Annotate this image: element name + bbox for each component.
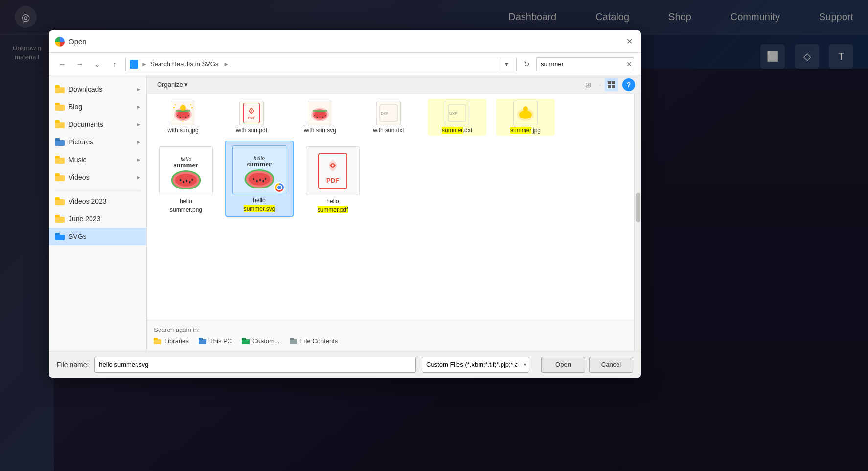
svg-rect-23 — [313, 110, 327, 112]
back-button[interactable]: ← — [55, 57, 69, 71]
file-name-with-sun-pdf: with sun.pdf — [236, 127, 267, 134]
search-link-this-pc[interactable]: This PC — [199, 337, 232, 345]
file-hello-summer-pdf[interactable]: PDF hello summer.pdf — [298, 142, 367, 217]
file-with-sun-jpg[interactable]: with sun.jpg — [154, 99, 212, 136]
svg-point-8 — [177, 115, 178, 116]
svg-text:DXF: DXF — [449, 111, 457, 116]
sidebar-item-blog[interactable]: Blog ▸ — [49, 98, 146, 116]
svg-point-9 — [180, 117, 181, 118]
breadcrumb-dropdown[interactable]: ▼ — [501, 57, 512, 71]
help-button[interactable]: ? — [622, 78, 635, 91]
svg-point-35 — [523, 106, 528, 111]
dialog-title: Open — [69, 37, 623, 46]
folder-icon-pictures — [55, 138, 65, 146]
folder-icon-videos — [55, 173, 65, 181]
file-hello-summer-svg[interactable]: hello summer — [225, 141, 294, 217]
search-link-file-contents[interactable]: File Contents — [290, 337, 338, 345]
pin-icon-downloads: ▸ — [137, 86, 140, 93]
sidebar-item-downloads[interactable]: Downloads ▸ — [49, 80, 146, 98]
svg-point-12 — [188, 115, 189, 116]
open-button[interactable]: Open — [541, 357, 585, 373]
filename-input[interactable] — [94, 357, 416, 373]
main-file-row: hello summer — [152, 141, 629, 217]
search-input[interactable] — [536, 57, 634, 71]
filetype-select[interactable]: Custom Files (*.xbm;*.tif;*.pjp;*.a — [422, 357, 529, 373]
thumb-with-sun-jpg — [171, 101, 195, 125]
sidebar-label-blog: Blog — [69, 103, 82, 111]
sidebar-item-pictures[interactable]: Pictures ▸ — [49, 133, 146, 151]
content-toolbar: Organize ▾ ⊞ · ? — [147, 75, 641, 94]
file-with-sun-dxf[interactable]: DXF with sun.dxf — [359, 99, 418, 136]
file-with-sun-pdf[interactable]: ⚙ PDF with sun.pdf — [222, 99, 281, 136]
svg-point-13 — [180, 105, 186, 111]
file-summer-jpg[interactable]: summer.jpg — [496, 99, 555, 136]
sidebar-item-music[interactable]: Music ▸ — [49, 151, 146, 168]
svg-point-25 — [317, 117, 318, 118]
folder-icon-libraries — [154, 338, 161, 344]
filename-label: File name: — [57, 361, 89, 369]
thumb-hello-summer-svg: hello summer — [232, 145, 286, 194]
folder-icon-blog — [55, 103, 65, 111]
folder-icon-music — [55, 156, 65, 164]
file-grid: with sun.jpg ⚙ PDF with su — [147, 94, 634, 320]
view-medium-icon-button[interactable] — [605, 78, 618, 91]
search-clear-button[interactable]: ✕ — [623, 58, 635, 70]
sidebar-divider — [55, 189, 140, 189]
file-name-hello-summer-pdf: hello summer.pdf — [318, 197, 348, 214]
file-name-with-sun-dxf: with sun.dxf — [373, 127, 404, 134]
dialog-close-button[interactable]: ✕ — [623, 36, 635, 47]
open-dialog: Open ✕ ← → ⌄ ↑ ► Search Results in SVGs … — [49, 30, 641, 378]
file-with-sun-svg[interactable]: with sun.svg — [291, 99, 349, 136]
filetype-wrapper: Custom Files (*.xbm;*.tif;*.pjp;*.a — [422, 357, 529, 373]
cancel-button[interactable]: Cancel — [589, 357, 633, 373]
file-summer-dxf[interactable]: DXF summer.dxf — [428, 99, 486, 136]
svg-rect-1 — [612, 81, 615, 84]
pin-icon-blog: ▸ — [137, 103, 140, 110]
up-button[interactable]: ↑ — [108, 57, 122, 71]
sidebar-item-videos[interactable]: Videos ▸ — [49, 168, 146, 186]
thumb-summer-jpg — [513, 101, 538, 125]
breadcrumb-arrow: ► — [141, 61, 147, 68]
sidebar-label-music: Music — [69, 156, 87, 164]
search-link-custom[interactable]: Custom... — [242, 337, 280, 345]
svg-rect-0 — [608, 81, 611, 84]
view-large-icon-button[interactable]: ⊞ — [581, 78, 595, 91]
sidebar-item-videos2023[interactable]: Videos 2023 — [49, 192, 146, 210]
sidebar-item-svgs[interactable]: SVGs — [49, 228, 146, 245]
search-link-custom-label: Custom... — [252, 337, 280, 345]
file-name-with-sun-svg: with sun.svg — [304, 127, 336, 134]
refresh-button[interactable]: ↻ — [520, 57, 533, 71]
scrollbar-thumb[interactable] — [636, 193, 640, 222]
pdf-icon: PDF — [316, 150, 350, 192]
sidebar-label-june2023: June 2023 — [69, 215, 100, 223]
search-link-libraries-label: Libraries — [164, 337, 189, 345]
svg-rect-2 — [608, 85, 611, 88]
svg-point-22 — [314, 111, 326, 118]
file-name-with-sun-jpg: with sun.jpg — [167, 127, 198, 134]
folder-icon-custom — [242, 338, 250, 344]
folder-icon-downloads — [55, 85, 65, 93]
dialog-bottom: File name: Custom Files (*.xbm;*.tif;*.p… — [49, 351, 641, 378]
file-hello-summer-png[interactable]: hello summer — [152, 142, 220, 217]
thumb-with-sun-pdf: ⚙ PDF — [239, 101, 264, 125]
search-link-libraries[interactable]: Libraries — [154, 337, 189, 345]
sidebar-label-pictures: Pictures — [69, 138, 93, 146]
breadcrumb-bar[interactable]: ► Search Results in SVGs ► ▼ — [125, 57, 517, 71]
svg-text:DXF: DXF — [381, 111, 388, 116]
organize-button[interactable]: Organize ▾ — [153, 78, 192, 91]
sidebar-label-videos: Videos — [69, 173, 90, 181]
svg-point-6 — [177, 111, 189, 118]
dialog-scrollbar[interactable] — [634, 94, 641, 351]
search-again-links: Libraries This PC Custom... — [154, 337, 627, 345]
recent-button[interactable]: ⌄ — [90, 57, 105, 71]
svg-point-26 — [320, 116, 320, 117]
forward-button[interactable]: → — [72, 57, 87, 71]
sidebar-item-documents[interactable]: Documents ▸ — [49, 116, 146, 133]
sidebar-item-june2023[interactable]: June 2023 — [49, 210, 146, 228]
svg-point-34 — [519, 110, 532, 119]
folder-icon-documents — [55, 120, 65, 128]
svg-point-11 — [185, 117, 186, 118]
acrobat-icon — [325, 158, 341, 176]
svg-point-24 — [314, 115, 315, 116]
search-again-label: Search again in: — [154, 326, 627, 333]
